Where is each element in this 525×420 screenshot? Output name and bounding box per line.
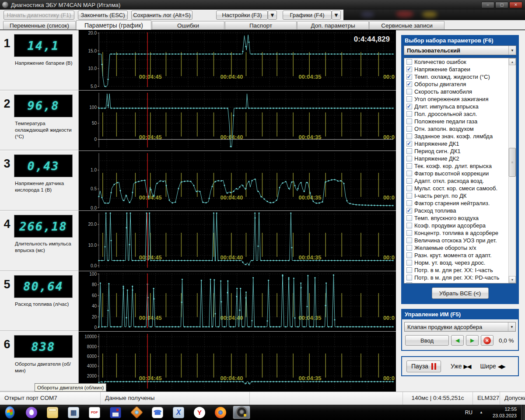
parameter-row[interactable]: Напряжение ДК2: [404, 155, 516, 162]
tab-passport[interactable]: Паспорт: [225, 21, 297, 29]
parameter-row[interactable]: Положение педали газа: [404, 118, 516, 125]
tab-parameters-graph[interactable]: Параметры (график): [76, 20, 151, 30]
firefox[interactable]: [212, 406, 229, 419]
parameter-row[interactable]: Фактор старения нейтрализ.: [404, 200, 516, 207]
graphs-button[interactable]: Графики (F4): [283, 10, 332, 20]
parameter-row[interactable]: Расход топлива: [404, 207, 516, 214]
parameter-row[interactable]: Коэф. продувки адсорбера: [404, 222, 516, 229]
checkbox[interactable]: [406, 178, 412, 184]
checkbox[interactable]: [406, 260, 412, 266]
zoom-out-time-button[interactable]: Шире ◀▶: [480, 363, 505, 370]
finish-button[interactable]: Закончить (ESC): [78, 10, 128, 20]
tab-variables-list[interactable]: Переменные (список): [3, 21, 76, 29]
disk-utility[interactable]: [107, 406, 124, 419]
chart-fuel-consumption[interactable]: 10080604020000:04:4500:04:4000:04:3500:0: [79, 271, 396, 331]
preset-select[interactable]: Пользовательский ▼: [404, 46, 516, 55]
scroll-down-icon[interactable]: ▼: [509, 276, 516, 283]
clear-all-button[interactable]: Убрать ВСЕ (<): [432, 287, 489, 299]
checkbox[interactable]: [406, 208, 412, 214]
checkbox[interactable]: [406, 163, 412, 169]
parameter-row[interactable]: Количество ошибок: [404, 58, 516, 66]
chart-battery-voltage[interactable]: 20.015.010.05.000:04:4500:04:4000:04:350…: [79, 30, 396, 90]
parameter-row[interactable]: Потр. в м. для рег. ХХ: PD-часть: [404, 274, 516, 281]
parameter-row[interactable]: Потр. в м. для рег. ХХ: I-часть: [404, 266, 516, 274]
tab-service-records[interactable]: Сервисные записи: [369, 21, 444, 29]
close-button[interactable]: ✕: [509, 2, 522, 8]
parameter-row[interactable]: Пол. дроссельной засл.: [404, 110, 516, 118]
parameter-row[interactable]: Адапт. откл. расхода возд.: [404, 177, 516, 185]
parameter-row[interactable]: Заданное знач. коэф. лямбда: [404, 133, 516, 140]
scrollbar-thumb[interactable]: ≡: [509, 148, 516, 177]
checkbox[interactable]: [406, 141, 412, 147]
parameter-row[interactable]: Фактор высотной коррекции: [404, 170, 516, 177]
scroll-up-icon[interactable]: ▲: [509, 58, 516, 65]
parameter-row[interactable]: Норм. ут. возд. через дрос.: [404, 259, 516, 266]
parameter-row[interactable]: Тек. коэф. кор. длит. впрыска: [404, 162, 516, 170]
language-indicator[interactable]: RU: [465, 410, 472, 416]
tray-expand-icon[interactable]: ▲: [480, 410, 483, 414]
checkbox[interactable]: [406, 96, 412, 102]
parameter-row[interactable]: Длит. импульса впрыска: [404, 103, 516, 110]
checkbox[interactable]: [406, 282, 412, 284]
checkbox[interactable]: [406, 126, 412, 132]
decrease-arrow-button[interactable]: ◀: [451, 335, 464, 346]
checkbox[interactable]: [406, 156, 412, 161]
file-manager[interactable]: [44, 406, 61, 419]
checkbox[interactable]: [406, 148, 412, 154]
phone-app[interactable]: ☎: [149, 406, 166, 419]
start-button[interactable]: [2, 406, 19, 419]
checkbox[interactable]: [406, 74, 412, 80]
diagnostic-app[interactable]: [233, 406, 250, 419]
checkbox[interactable]: [406, 81, 412, 87]
chart-o2-sensor[interactable]: 1.00.50.000:04:4500:04:4000:04:3500:0: [79, 151, 396, 211]
checkbox[interactable]: [406, 275, 412, 280]
x-app[interactable]: X: [170, 406, 187, 419]
checkbox[interactable]: [406, 238, 412, 243]
settings-button[interactable]: Настройки (F3): [216, 10, 268, 20]
checkbox[interactable]: [406, 111, 412, 117]
enter-button[interactable]: Ввод: [405, 335, 449, 346]
parameter-list-scrollbar[interactable]: ▲ ≡ ▼: [508, 58, 516, 283]
parameter-row[interactable]: Напряжение батареи: [404, 66, 516, 73]
parameter-row[interactable]: Отн. заполн. воздухом: [404, 125, 516, 133]
graphs-dropdown-arrow[interactable]: ▼: [332, 10, 341, 20]
tab-extra-parameters[interactable]: Доп. параметры: [297, 21, 369, 29]
parameter-row[interactable]: Обороты двигателя: [404, 80, 516, 88]
increase-arrow-button[interactable]: ▶: [466, 335, 479, 346]
checkbox[interactable]: [406, 223, 412, 228]
parameter-row[interactable]: Напряжение ДК1: [404, 140, 516, 147]
chevron-down-icon[interactable]: ▼: [508, 322, 515, 331]
app-purple[interactable]: [23, 406, 40, 419]
parameter-row[interactable]: Угол опережения зажигания: [404, 95, 516, 103]
yandex-browser[interactable]: Y: [191, 406, 208, 419]
start-diagnostics-button[interactable]: Начать диагностику (F1): [4, 10, 74, 20]
pdf24[interactable]: PDF: [86, 406, 103, 419]
parameter-row[interactable]: Концентр. топлива в адсорбере: [404, 229, 516, 237]
checkbox[interactable]: [406, 200, 412, 206]
checkbox[interactable]: [406, 104, 412, 109]
checkbox[interactable]: [406, 245, 412, 251]
parameter-row[interactable]: Темп. охл. жидк. при пуске: [404, 281, 516, 284]
save-log-button[interactable]: Сохранить лог (Alt+S): [131, 10, 192, 20]
chart-injection-pulse[interactable]: 20.010.00.000:04:4500:04:4000:04:3500:0: [79, 211, 396, 271]
maximize-button[interactable]: ▢: [495, 2, 508, 8]
show-desktop-button[interactable]: [521, 405, 525, 420]
checkbox[interactable]: [406, 66, 412, 72]
image-viewer[interactable]: [128, 406, 145, 419]
tab-errors[interactable]: Ошибки: [152, 21, 224, 29]
checkbox[interactable]: [406, 133, 412, 139]
settings-dropdown-arrow[interactable]: ▼: [268, 10, 277, 20]
checkbox[interactable]: [406, 186, 412, 191]
pause-button[interactable]: Пауза: [406, 360, 441, 372]
checkbox[interactable]: [406, 89, 412, 94]
parameter-row[interactable]: Скорость автомобиля: [404, 88, 516, 95]
parameter-row[interactable]: Темп. охлажд. жидкости (°С): [404, 73, 516, 80]
parameter-row[interactable]: Период сигн. ДК1: [404, 147, 516, 155]
chart-coolant-temp[interactable]: 10050000:04:4500:04:4000:04:3500:0: [79, 91, 396, 150]
parameter-row[interactable]: Разн. крут. момента от адапт.: [404, 252, 516, 259]
chart-engine-rpm[interactable]: 10000800060004000200000:04:4500:04:4000:…: [79, 332, 396, 392]
checkbox[interactable]: [406, 59, 412, 65]
actuator-select[interactable]: Клапан продувки адсорбера ▼: [404, 322, 516, 332]
checkbox[interactable]: [406, 119, 412, 124]
checkbox[interactable]: [406, 252, 412, 258]
